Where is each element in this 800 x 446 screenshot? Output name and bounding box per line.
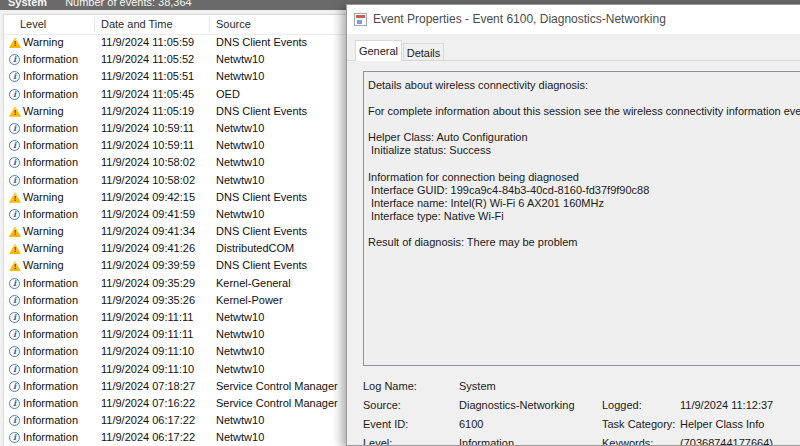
event-datetime: 11/9/2024 11:05:59: [101, 34, 194, 51]
column-header-date[interactable]: Date and Time: [101, 15, 173, 34]
description-line: Interface type: Native Wi-Fi: [368, 210, 800, 223]
event-datetime: 11/9/2024 09:41:34: [101, 223, 195, 240]
event-source: Netwtw10: [216, 343, 264, 360]
footer-value-2: (70368744177664): [680, 434, 773, 446]
event-level: Information: [23, 361, 78, 378]
information-icon: [9, 157, 20, 168]
event-datetime: 11/9/2024 09:41:26: [101, 240, 195, 257]
event-level: Information: [23, 309, 78, 326]
event-datetime: 11/9/2024 07:16:22: [101, 395, 195, 412]
event-source: DNS Client Events: [216, 257, 307, 274]
event-datetime: 11/9/2024 09:35:26: [101, 292, 195, 309]
event-datetime: 11/9/2024 07:18:27: [101, 378, 195, 395]
information-icon: [9, 346, 20, 357]
event-details-footer: Log Name: System Source: Diagnostics-Net…: [347, 377, 800, 446]
column-separator[interactable]: [209, 17, 210, 32]
footer-label-1: Level:: [363, 434, 392, 446]
event-datetime: 11/9/2024 09:39:59: [101, 257, 195, 274]
event-datetime: 11/9/2024 09:11:10: [101, 343, 194, 360]
event-datetime: 11/9/2024 06:17:22: [101, 429, 195, 446]
tab-details[interactable]: Details: [403, 43, 444, 61]
footer-row: Level: Information Keywords: (7036874417…: [347, 434, 800, 446]
footer-label-2: Keywords:: [602, 434, 653, 446]
description-line: [368, 158, 800, 171]
footer-label-2: Task Category:: [602, 415, 675, 434]
event-source: Netwtw10: [216, 172, 264, 189]
event-source: DNS Client Events: [216, 223, 307, 240]
event-level: Information: [23, 395, 78, 412]
event-datetime: 11/9/2024 06:17:22: [101, 412, 195, 429]
information-icon: [9, 89, 20, 100]
event-source: Netwtw10: [216, 154, 264, 171]
footer-label-1: Log Name:: [363, 377, 417, 396]
dialog-tabs: General Details: [347, 38, 800, 61]
event-level: Information: [23, 51, 78, 68]
event-datetime: 11/9/2024 10:59:11: [101, 120, 194, 137]
event-source: Netwtw10: [216, 137, 264, 154]
footer-row: Event ID: 6100 Task Category: Helper Cla…: [347, 415, 800, 434]
column-separator[interactable]: [94, 17, 95, 32]
event-level: Information: [23, 154, 78, 171]
warning-icon: [9, 243, 21, 254]
event-level: Information: [23, 206, 78, 223]
event-level: Warning: [23, 34, 64, 51]
event-properties-dialog: Event Properties - Event 6100, Diagnosti…: [346, 4, 800, 446]
event-level: Information: [23, 172, 78, 189]
event-description: Details about wireless connectivity diag…: [364, 72, 800, 249]
event-level: Information: [23, 137, 78, 154]
event-source: OED: [216, 86, 240, 103]
description-line: [368, 223, 800, 236]
event-source: Netwtw10: [216, 120, 264, 137]
event-level: Information: [23, 429, 78, 446]
information-icon: [9, 140, 20, 151]
description-line: Result of diagnosis: There may be proble…: [368, 236, 800, 249]
event-level: Information: [23, 378, 78, 395]
footer-value-1: System: [459, 377, 496, 396]
event-source: DNS Client Events: [216, 189, 307, 206]
tab-page-divider: [347, 60, 800, 61]
events-count-label: Number of events: 38,364: [65, 0, 192, 8]
event-level: Information: [23, 86, 78, 103]
event-datetime: 11/9/2024 09:11:11: [101, 309, 193, 326]
event-datetime: 11/9/2024 10:58:02: [101, 154, 195, 171]
column-header-source[interactable]: Source: [216, 15, 251, 34]
footer-label-1: Source:: [363, 396, 401, 415]
event-properties-icon: [354, 13, 367, 26]
information-icon: [9, 312, 20, 323]
description-line: Information for connection being diagnos…: [368, 171, 800, 184]
event-datetime: 11/9/2024 10:58:02: [101, 172, 195, 189]
event-source: DNS Client Events: [216, 103, 307, 120]
footer-row: Source: Diagnostics-Networking Logged: 1…: [347, 396, 800, 415]
description-line: Initialize status: Success: [368, 144, 800, 157]
footer-value-1: 6100: [459, 415, 483, 434]
warning-icon: [9, 226, 21, 237]
warning-icon: [9, 106, 21, 117]
event-level: Warning: [23, 240, 64, 257]
description-line: Interface GUID: 199ca9c4-84b3-40cd-8160-…: [368, 184, 800, 197]
description-line: [368, 92, 800, 105]
log-title-text: SystemNumber of events: 38,364: [8, 0, 192, 8]
footer-label-2: Logged:: [602, 396, 642, 415]
event-level: Information: [23, 343, 78, 360]
event-source: Netwtw10: [216, 361, 264, 378]
information-icon: [9, 364, 20, 375]
event-source: Netwtw10: [216, 206, 264, 223]
event-source: Kernel-Power: [216, 292, 283, 309]
event-level: Warning: [23, 189, 64, 206]
column-header-level[interactable]: Level: [20, 15, 46, 34]
information-icon: [9, 175, 20, 186]
event-datetime: 11/9/2024 09:41:59: [101, 206, 195, 223]
event-source: Netwtw10: [216, 429, 264, 446]
dialog-titlebar[interactable]: Event Properties - Event 6100, Diagnosti…: [347, 5, 800, 34]
information-icon: [9, 381, 20, 392]
event-datetime: 11/9/2024 11:05:19: [101, 103, 194, 120]
event-datetime: 11/9/2024 09:11:11: [101, 326, 193, 343]
event-description-box[interactable]: Details about wireless connectivity diag…: [363, 71, 800, 366]
tab-general[interactable]: General: [355, 40, 402, 61]
footer-value-1: Information: [459, 434, 514, 446]
event-datetime: 11/9/2024 11:05:51: [101, 68, 194, 85]
information-icon: [9, 415, 20, 426]
event-level: Warning: [23, 223, 64, 240]
event-source: Netwtw10: [216, 309, 264, 326]
event-source: DNS Client Events: [216, 34, 307, 51]
